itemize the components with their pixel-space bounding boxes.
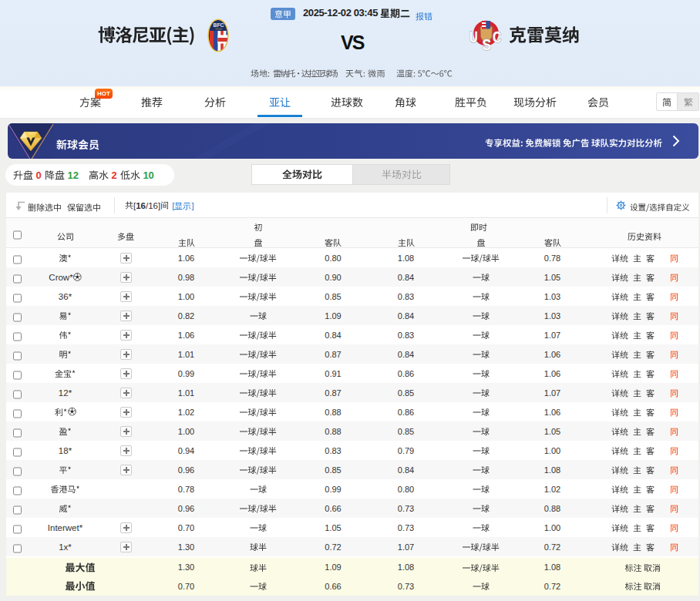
svg-text:C: C (493, 28, 502, 45)
svg-text:1909: 1909 (215, 27, 223, 31)
svg-text:S: S (483, 35, 492, 53)
svg-text:U: U (469, 28, 478, 45)
